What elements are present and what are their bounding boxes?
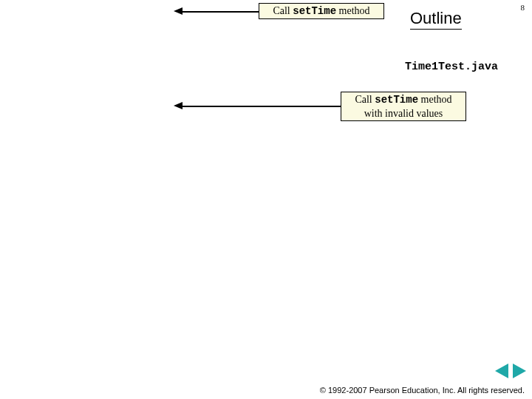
next-slide-icon[interactable] <box>513 364 526 378</box>
arrow-left-icon <box>174 102 183 109</box>
copyright-footer: © 1992-2007 Pearson Education, Inc. All … <box>320 386 525 395</box>
arrow-line <box>182 11 259 13</box>
source-filename: Time1Test.java <box>405 61 498 73</box>
arrow-line <box>182 106 341 107</box>
arrow-left-icon <box>174 7 183 15</box>
callout-text-suffix: method <box>336 5 370 16</box>
callout-code: setTime <box>375 94 418 106</box>
callout-code: setTime <box>293 5 336 17</box>
callout-text-prefix: Call <box>273 5 293 16</box>
callout-settime: Call setTime method <box>259 3 384 19</box>
callout-text-prefix: Call <box>355 94 375 105</box>
callout-text-suffix: method <box>418 94 452 105</box>
page-number: 8 <box>521 3 525 12</box>
nav-controls <box>495 364 526 381</box>
callout-text-line2: with invalid values <box>364 108 443 119</box>
callout-settime-invalid: Call setTime method with invalid values <box>341 92 466 121</box>
outline-heading: Outline <box>410 9 462 30</box>
prev-slide-icon[interactable] <box>495 364 508 378</box>
